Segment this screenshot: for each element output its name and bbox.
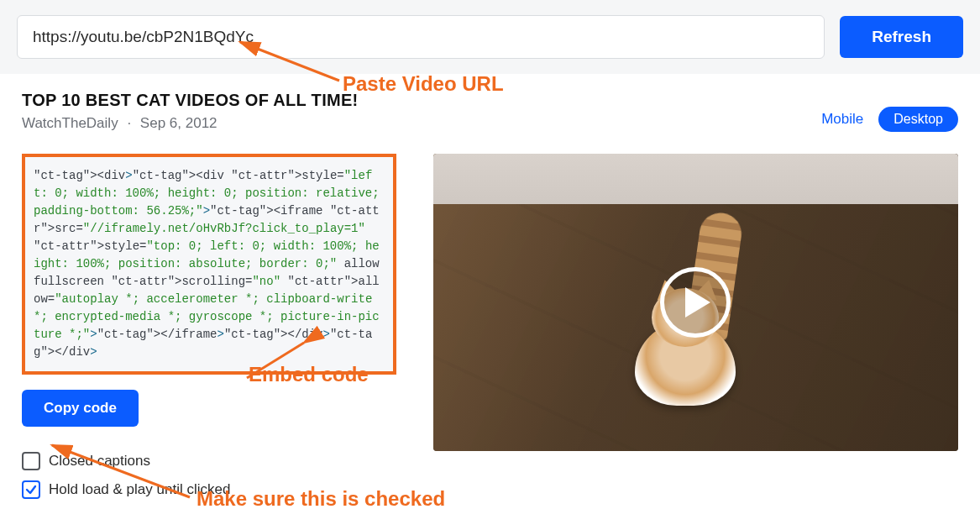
annotation-embed-code: Embed code: [249, 363, 369, 386]
svg-line-2: [52, 445, 190, 497]
annotation-make-sure: Make sure this is checked: [197, 487, 445, 511]
svg-line-0: [240, 42, 339, 81]
annotation-paste-url: Paste Video URL: [343, 72, 504, 96]
